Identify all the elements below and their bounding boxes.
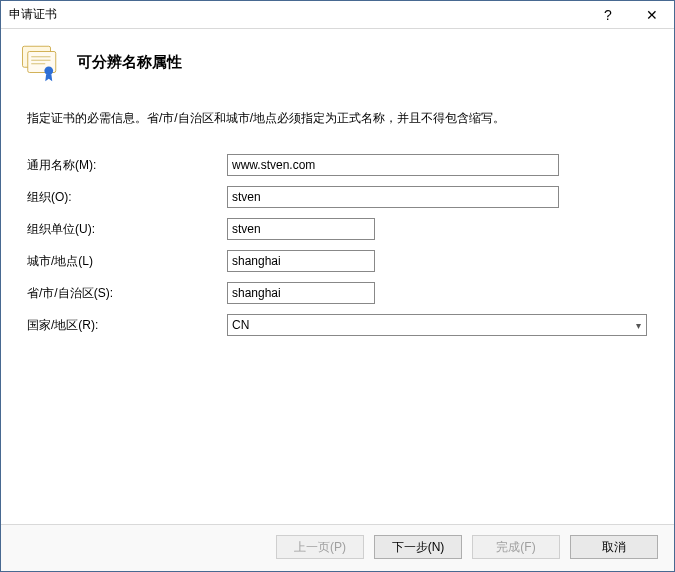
header: 可分辨名称属性 bbox=[1, 29, 674, 91]
instruction-text: 指定证书的必需信息。省/市/自治区和城市/地点必须指定为正式名称，并且不得包含缩… bbox=[27, 109, 648, 128]
row-common-name: 通用名称(M): bbox=[27, 154, 648, 176]
label-city: 城市/地点(L) bbox=[27, 253, 227, 270]
input-organization[interactable] bbox=[227, 186, 559, 208]
help-icon: ? bbox=[604, 7, 612, 23]
certificate-icon bbox=[19, 41, 61, 83]
help-button[interactable]: ? bbox=[586, 1, 630, 29]
titlebar: 申请证书 ? ✕ bbox=[1, 1, 674, 29]
row-country: 国家/地区(R): CN ▾ bbox=[27, 314, 648, 336]
select-country[interactable]: CN bbox=[227, 314, 647, 336]
row-state: 省/市/自治区(S): bbox=[27, 282, 648, 304]
input-common-name[interactable] bbox=[227, 154, 559, 176]
dialog-window: 申请证书 ? ✕ 可分辨名称属性 指定证书的必需信息。省/市/自治区和城市/地点… bbox=[0, 0, 675, 572]
label-org-unit: 组织单位(U): bbox=[27, 221, 227, 238]
label-country: 国家/地区(R): bbox=[27, 317, 227, 334]
select-country-wrap: CN ▾ bbox=[227, 314, 647, 336]
page-heading: 可分辨名称属性 bbox=[77, 53, 182, 72]
footer: 上一页(P) 下一步(N) 完成(F) 取消 bbox=[1, 524, 674, 571]
window-title: 申请证书 bbox=[9, 6, 57, 23]
label-organization: 组织(O): bbox=[27, 189, 227, 206]
row-org-unit: 组织单位(U): bbox=[27, 218, 648, 240]
svg-point-5 bbox=[44, 66, 53, 75]
finish-button: 完成(F) bbox=[472, 535, 560, 559]
cancel-button[interactable]: 取消 bbox=[570, 535, 658, 559]
close-icon: ✕ bbox=[646, 7, 658, 23]
previous-button: 上一页(P) bbox=[276, 535, 364, 559]
input-city[interactable] bbox=[227, 250, 375, 272]
label-state: 省/市/自治区(S): bbox=[27, 285, 227, 302]
close-button[interactable]: ✕ bbox=[630, 1, 674, 29]
row-organization: 组织(O): bbox=[27, 186, 648, 208]
body: 指定证书的必需信息。省/市/自治区和城市/地点必须指定为正式名称，并且不得包含缩… bbox=[1, 91, 674, 524]
row-city: 城市/地点(L) bbox=[27, 250, 648, 272]
next-button[interactable]: 下一步(N) bbox=[374, 535, 462, 559]
label-common-name: 通用名称(M): bbox=[27, 157, 227, 174]
input-state[interactable] bbox=[227, 282, 375, 304]
input-org-unit[interactable] bbox=[227, 218, 375, 240]
